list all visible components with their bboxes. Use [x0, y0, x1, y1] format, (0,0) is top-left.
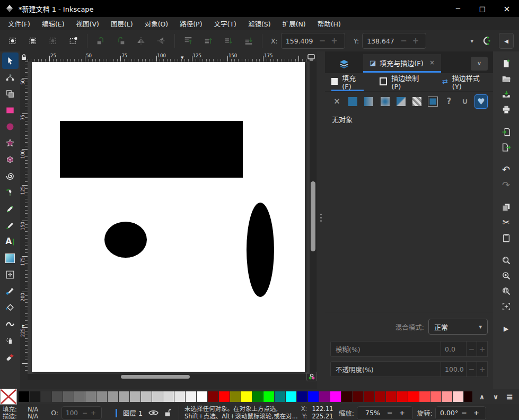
- import-button[interactable]: [498, 124, 514, 139]
- tab-stroke-paint[interactable]: 描边绘制(P): [380, 73, 426, 91]
- palette-swatch[interactable]: [430, 391, 441, 402]
- palette-swatch[interactable]: [41, 391, 51, 402]
- x-decrement-button[interactable]: −: [316, 36, 329, 46]
- close-button[interactable]: ×: [495, 0, 519, 17]
- palette-scroll-up-icon[interactable]: ∧: [477, 393, 487, 401]
- zoom-out-button[interactable]: −: [384, 409, 396, 417]
- calligraphy-tool[interactable]: [2, 217, 19, 233]
- fill-type-unset-paint-button[interactable]: ∪: [459, 94, 472, 109]
- selector-tool[interactable]: [2, 52, 19, 69]
- palette-swatch[interactable]: [186, 391, 196, 402]
- fill-type-radial-gradient-button[interactable]: [379, 94, 392, 109]
- raise-button[interactable]: [203, 35, 214, 47]
- select-all-button[interactable]: [7, 35, 19, 47]
- zoom-page-button[interactable]: [498, 283, 514, 299]
- rotate-ccw-button[interactable]: [95, 35, 107, 47]
- palette-swatch[interactable]: [230, 391, 241, 402]
- tab-close-icon[interactable]: ×: [429, 59, 435, 66]
- opacity-increment-button[interactable]: +: [477, 361, 488, 377]
- raise-to-top-button[interactable]: [182, 35, 194, 47]
- palette-swatch[interactable]: [275, 391, 285, 402]
- rotation-plus-button[interactable]: +: [470, 409, 482, 417]
- box-3d-tool[interactable]: [2, 151, 19, 168]
- layer-visibility-icon[interactable]: [148, 409, 159, 416]
- shape-builder-tool[interactable]: [2, 85, 19, 102]
- ruler-lock-icon[interactable]: [20, 53, 28, 62]
- fill-type-mesh-gradient-button[interactable]: [394, 94, 408, 109]
- display-mode-icon[interactable]: [306, 53, 316, 62]
- minimize-button[interactable]: ─: [446, 0, 470, 17]
- opacity-value[interactable]: 100.0: [441, 361, 467, 377]
- palette-swatch[interactable]: [141, 391, 152, 402]
- save-button[interactable]: [498, 86, 514, 102]
- tab-fill[interactable]: 填充(F): [331, 73, 364, 91]
- document-page[interactable]: [32, 62, 305, 372]
- print-button[interactable]: [498, 102, 514, 117]
- blur-value[interactable]: 0.0: [441, 341, 467, 357]
- paste-button[interactable]: [498, 230, 514, 246]
- palette-swatch[interactable]: [241, 391, 252, 402]
- zoom-drawing-button[interactable]: [498, 268, 514, 283]
- fill-type-no-paint-button[interactable]: ×: [330, 94, 344, 109]
- vertical-ruler[interactable]: 5075100125150175200225►: [20, 62, 28, 374]
- spray-tool[interactable]: [2, 332, 19, 348]
- no-color-swatch[interactable]: [0, 389, 17, 405]
- y-coordinate-input[interactable]: 138.647 − +: [362, 33, 426, 49]
- palette-swatch[interactable]: [197, 391, 207, 402]
- vertical-scrollbar-thumb[interactable]: [311, 181, 315, 251]
- fill-type-unknown-paint-button[interactable]: ?: [442, 94, 455, 109]
- palette-swatch[interactable]: [208, 391, 218, 402]
- paint-bucket-tool[interactable]: [2, 299, 19, 316]
- x-coordinate-input[interactable]: 159.409 − +: [281, 33, 345, 49]
- stroke-indicator-value[interactable]: N/A: [28, 413, 38, 420]
- fill-type-swatch-button[interactable]: [426, 94, 439, 109]
- palette-swatch[interactable]: [96, 391, 107, 402]
- blur-slider[interactable]: 模糊(%): [330, 341, 441, 357]
- menu-item-edit[interactable]: 编辑(E): [36, 19, 71, 29]
- menu-item-path[interactable]: 路径(P): [174, 19, 208, 29]
- layers-dialog-tab[interactable]: [325, 54, 363, 73]
- blend-mode-dropdown[interactable]: 正常 ▾: [428, 319, 488, 335]
- palette-swatch[interactable]: [152, 391, 163, 402]
- menu-item-filters[interactable]: 滤镜(S): [242, 19, 277, 29]
- rotation-minus-button[interactable]: −: [458, 409, 470, 417]
- menu-item-file[interactable]: 文件(F): [2, 19, 36, 29]
- y-increment-button[interactable]: +: [410, 36, 422, 46]
- copy-button[interactable]: [498, 199, 514, 215]
- rotation-input[interactable]: 0.00° − +: [435, 406, 486, 420]
- menu-item-text[interactable]: 文字(T): [208, 19, 242, 29]
- star-tool[interactable]: [2, 135, 19, 151]
- palette-swatch[interactable]: [252, 391, 263, 402]
- panel-splitter[interactable]: [317, 51, 325, 389]
- ellipse-shape[interactable]: [104, 222, 147, 258]
- horizontal-scrollbar[interactable]: [28, 374, 310, 380]
- current-layer-label[interactable]: 图层 1: [123, 408, 143, 418]
- palette-swatch[interactable]: [119, 391, 129, 402]
- palette-swatch[interactable]: [453, 391, 463, 402]
- menu-item-help[interactable]: 帮助(H): [312, 19, 347, 29]
- text-tool[interactable]: A|: [2, 233, 19, 250]
- mesh-gradient-tool[interactable]: [2, 266, 19, 283]
- opacity-slider[interactable]: 不透明度(%): [330, 361, 441, 377]
- palette-swatch[interactable]: [263, 391, 274, 402]
- snap-toggle-icon[interactable]: [481, 36, 491, 46]
- eraser-tool[interactable]: [2, 348, 19, 365]
- horizontal-scrollbar-thumb[interactable]: [121, 375, 190, 379]
- rotate-cw-button[interactable]: [115, 35, 127, 47]
- spiral-tool[interactable]: [2, 168, 19, 184]
- palette-swatch[interactable]: [174, 391, 185, 402]
- palette-menu-icon[interactable]: ≡: [504, 392, 515, 402]
- palette-swatch[interactable]: [319, 391, 330, 402]
- dropper-tool[interactable]: [2, 283, 19, 299]
- ellipse-tool[interactable]: [2, 118, 19, 135]
- redo-button[interactable]: ↷: [498, 177, 514, 192]
- opacity-decrement-button[interactable]: −: [467, 361, 477, 377]
- opacity-plus[interactable]: +: [89, 409, 98, 417]
- palette-swatch[interactable]: [442, 391, 452, 402]
- selection-box-button[interactable]: [68, 35, 80, 47]
- palette-swatch[interactable]: [163, 391, 174, 402]
- zoom-selection-button[interactable]: [498, 252, 514, 268]
- palette-swatch[interactable]: [419, 391, 430, 402]
- export-button[interactable]: [498, 139, 514, 155]
- fill-type-pattern-button[interactable]: [410, 94, 424, 109]
